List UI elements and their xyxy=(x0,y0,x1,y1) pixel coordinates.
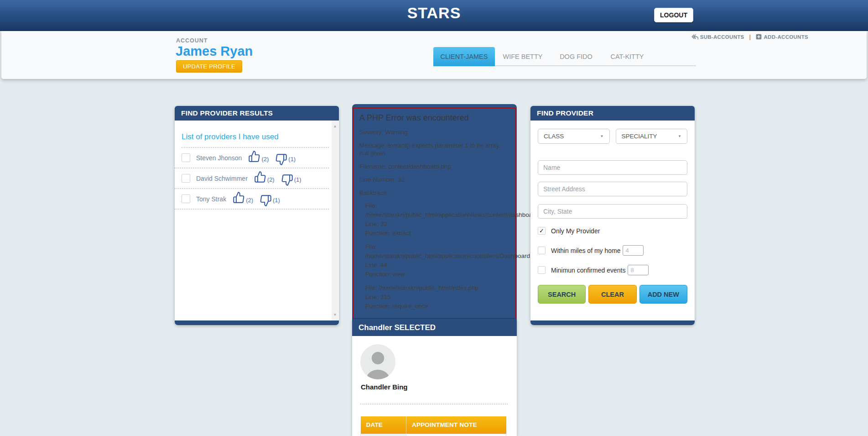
account-bar: SUB-ACCOUNTS | ADD-ACCOUNTS ACCOUNT Jame… xyxy=(1,31,867,79)
account-links: SUB-ACCOUNTS | ADD-ACCOUNTS xyxy=(691,33,808,40)
provider-name[interactable]: Tony Strak xyxy=(196,195,226,203)
thumbs-up-icon[interactable] xyxy=(248,150,260,163)
update-profile-button[interactable]: UPDATE PROFILE xyxy=(176,60,242,73)
backtrace-file-label: File: xyxy=(365,242,510,252)
provider-checkbox[interactable] xyxy=(182,153,190,162)
account-tabs: CLIENT-JAMES WIFE BETTY DOG FIDO CAT-KIT… xyxy=(433,47,696,66)
providers-subtitle: List of providers I have used xyxy=(175,121,339,147)
account-name: James Ryan xyxy=(176,44,253,59)
clear-button[interactable]: CLEAR xyxy=(588,285,636,304)
selected-provider-panel: Chandler SELECTED Chandler Bing DATE APP… xyxy=(352,320,517,436)
provider-name[interactable]: Steven Jhonson xyxy=(196,154,242,162)
tab-client-james[interactable]: CLIENT-JAMES xyxy=(433,47,495,66)
table-cell-date xyxy=(361,434,406,436)
sub-accounts-label: SUB-ACCOUNTS xyxy=(700,34,744,40)
provider-row: David Schwimmer (2) (1) xyxy=(175,168,329,189)
backtrace-function: Function: view xyxy=(365,270,510,279)
chevron-down-icon: ▼ xyxy=(600,134,604,138)
dislikes-count: (1) xyxy=(273,197,280,204)
backtrace-file-path: /home/starskn/public_html/application/vi… xyxy=(365,210,510,220)
dislikes-count: (1) xyxy=(294,176,301,183)
city-state-input[interactable] xyxy=(538,204,687,219)
tab-dog-fido[interactable]: DOG FIDO xyxy=(551,47,602,66)
within-miles-checkbox[interactable] xyxy=(538,247,546,254)
selected-provider-body: Chandler Bing DATE APPOINTMENT NOTE xyxy=(352,336,517,436)
tab-wife-betty[interactable]: WIFE BETTY xyxy=(495,47,551,66)
add-accounts-link[interactable]: ADD-ACCOUNTS xyxy=(756,34,808,40)
thumbs-up-icon[interactable] xyxy=(254,171,266,183)
name-input[interactable] xyxy=(538,160,687,175)
likes-count: (2) xyxy=(267,176,275,183)
provider-checkbox[interactable] xyxy=(182,174,190,183)
provider-checkbox[interactable] xyxy=(182,194,190,203)
error-severity: Severity: Warning xyxy=(359,128,510,136)
backtrace-file-path: /home/starskn/public_html/application/co… xyxy=(365,252,510,261)
top-header: STARS LOGOUT xyxy=(0,0,868,31)
table-row xyxy=(361,434,506,436)
add-new-button[interactable]: ADD NEW xyxy=(639,285,687,304)
php-error-box: A PHP Error was encountered Severity: Wa… xyxy=(353,108,516,319)
only-my-provider-checkbox[interactable]: ✓ xyxy=(538,227,546,235)
street-address-input[interactable] xyxy=(538,182,687,196)
plus-square-icon xyxy=(756,34,762,40)
scroll-up-icon[interactable]: ▲ xyxy=(332,124,338,128)
find-provider-panel: FIND PROVIDER CLASS ▼ SPECIALITY ▼ ✓ Onl… xyxy=(530,106,695,325)
logout-button[interactable]: LOGOUT xyxy=(654,8,693,22)
backtrace-entry: File: /home/starskn/public_html/index.ph… xyxy=(365,284,510,311)
table-cell-note xyxy=(406,434,506,436)
find-provider-results-panel: FIND PROVIDER RESULTS List of providers … xyxy=(175,106,339,325)
min-events-row: Minimun confirmed events xyxy=(538,265,687,275)
tab-cat-kitty[interactable]: CAT-KITTY xyxy=(602,47,653,66)
backtrace-label: Backtrace: xyxy=(359,189,510,197)
sub-accounts-link[interactable]: SUB-ACCOUNTS xyxy=(691,34,744,40)
reply-icon xyxy=(691,34,698,40)
column-header-date: DATE xyxy=(361,416,406,434)
min-events-checkbox[interactable] xyxy=(538,266,546,274)
appointments-table: DATE APPOINTMENT NOTE xyxy=(360,416,506,436)
backtrace-entry: File: /home/starskn/public_html/applicat… xyxy=(365,242,510,279)
find-provider-body: CLASS ▼ SPECIALITY ▼ ✓ Only My Provider … xyxy=(530,121,695,320)
speciality-select[interactable]: SPECIALITY ▼ xyxy=(616,129,688,144)
provider-row: Tony Strak (2) (1) xyxy=(175,189,329,210)
app-title: STARS xyxy=(0,4,868,22)
chevron-down-icon: ▼ xyxy=(678,134,681,138)
thumbs-up-icon[interactable] xyxy=(233,191,245,204)
provider-name[interactable]: David Schwimmer xyxy=(196,175,248,182)
search-button[interactable]: SEARCH xyxy=(538,285,586,304)
dislikes-count: (1) xyxy=(288,156,296,163)
error-filename: Filename: content/dashboard.php xyxy=(359,163,510,170)
provider-row: Steven Jhonson (2) (1) xyxy=(175,148,329,168)
account-label: ACCOUNT xyxy=(176,37,208,44)
likes-count: (2) xyxy=(261,156,269,163)
divider xyxy=(360,404,508,404)
table-header-row: DATE APPOINTMENT NOTE xyxy=(361,416,506,434)
selected-provider-title: Chandler SELECTED xyxy=(352,320,517,336)
only-my-provider-label: Only My Provider xyxy=(551,227,600,235)
within-miles-input[interactable] xyxy=(623,245,644,256)
backtrace-function: Function: extract xyxy=(365,229,510,238)
error-message: Message: extract() expects parameter 1 t… xyxy=(359,142,510,157)
select-row: CLASS ▼ SPECIALITY ▼ xyxy=(538,129,687,144)
panel-title: FIND PROVIDER RESULTS xyxy=(175,106,339,121)
thumbs-down-icon[interactable] xyxy=(260,194,272,207)
add-accounts-label: ADD-ACCOUNTS xyxy=(764,34,808,40)
page: STARS LOGOUT SUB-ACCOUNTS | xyxy=(0,0,868,436)
php-error-panel: A PHP Error was encountered Severity: Wa… xyxy=(352,104,517,320)
backtrace-function: Function: require_once xyxy=(365,302,510,311)
backtrace-line: Line: 32 xyxy=(365,220,510,229)
thumbs-down-icon[interactable] xyxy=(275,153,287,166)
min-events-input[interactable] xyxy=(628,265,649,275)
scroll-down-icon[interactable]: ▼ xyxy=(332,313,338,317)
backtrace-line: Line: 315 xyxy=(365,293,510,302)
person-silhouette-icon xyxy=(360,344,395,379)
panel-title: FIND PROVIDER xyxy=(530,106,695,121)
backtrace-entry: File: /home/starskn/public_html/applicat… xyxy=(365,201,510,238)
list-scrollbar[interactable]: ▲ ▼ xyxy=(332,121,338,320)
within-miles-row: Within miles of my home xyxy=(538,245,687,256)
panel-footer xyxy=(175,320,339,325)
class-select[interactable]: CLASS ▼ xyxy=(538,129,610,144)
action-buttons: SEARCH CLEAR ADD NEW xyxy=(538,285,687,304)
provider-results-body: List of providers I have used Steven Jho… xyxy=(175,121,339,320)
min-events-label: Minimun confirmed events xyxy=(551,267,625,274)
thumbs-down-icon[interactable] xyxy=(281,174,293,186)
